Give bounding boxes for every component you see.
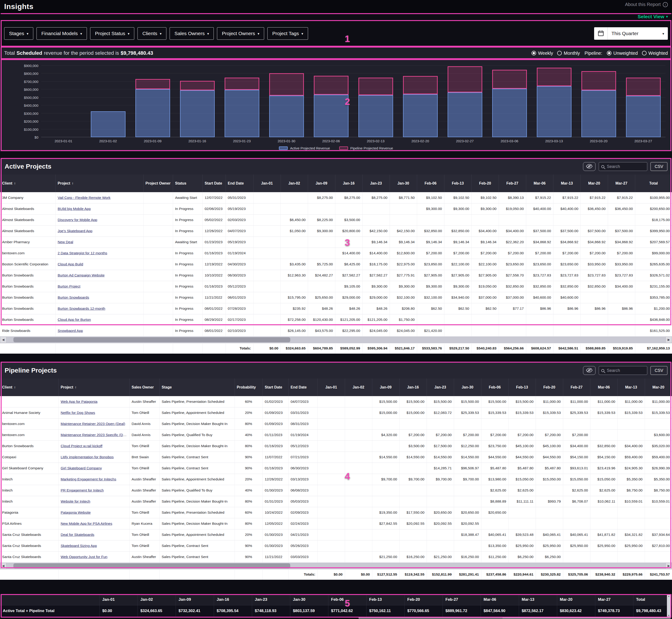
pipeline-search-input[interactable] [606, 368, 645, 373]
filter-button-stages[interactable]: Stages▾ [4, 27, 33, 40]
radio-option-monthly[interactable]: Monthly [557, 51, 580, 56]
column-header-jan-09[interactable]: Jan-09 [308, 175, 335, 192]
column-header-jan-02[interactable]: Jan-02 [345, 379, 372, 396]
project-link[interactable]: Burton Project [58, 284, 80, 288]
project-link[interactable]: Deal for Skateboards [61, 533, 95, 537]
column-header-jan-01[interactable]: Jan-01 [317, 379, 345, 396]
column-header-feb-27[interactable]: Feb-27 [563, 379, 590, 396]
column-header-feb-06[interactable]: Feb-06 [417, 175, 444, 192]
scroll-left-icon[interactable]: ◀ [0, 337, 6, 343]
column-header-sales-owner[interactable]: Sales Owner [129, 379, 160, 396]
bottom-horizontal-scrollbar[interactable] [359, 617, 671, 619]
project-link[interactable]: Burton Ad Campaign Website [58, 273, 105, 277]
scroll-up-icon[interactable]: ▲ [668, 595, 670, 597]
column-header-mar-06[interactable]: Mar-06 [526, 175, 553, 192]
hide-columns-button[interactable] [583, 162, 596, 171]
column-header-end-date[interactable]: End Date [226, 175, 253, 192]
column-header-jan-23[interactable]: Jan-23 [362, 175, 389, 192]
radio-option-weighted[interactable]: Weighted [642, 51, 668, 56]
project-link[interactable]: Litify implementation for Bonobos [61, 455, 114, 459]
column-header-end-date[interactable]: End Date [288, 379, 317, 396]
project-link[interactable]: Web App for Patagonia [61, 400, 98, 404]
column-header-mar-27[interactable]: Mar-27 [608, 175, 635, 192]
scrollbar-thumb[interactable] [13, 337, 290, 342]
column-header-jan-02[interactable]: Jan-02 [281, 175, 308, 192]
scroll-down-icon[interactable]: ▼ [668, 614, 670, 617]
project-link[interactable]: 2 Data Strategist for 12 months [58, 251, 108, 255]
calendar-button[interactable] [594, 27, 608, 40]
scrollbar-thumb[interactable] [13, 563, 290, 568]
project-link[interactable]: Maintenance Retainer 2023 Open (Deal) [61, 422, 125, 426]
column-header-mar-20[interactable]: Mar-20 [645, 379, 672, 396]
project-link[interactable]: Cloud App Build [58, 262, 83, 266]
column-header-mar-06[interactable]: Mar-06 [590, 379, 617, 396]
project-link[interactable]: Skateboard Sizing App [61, 544, 97, 548]
select-view-dropdown[interactable]: Select View ▾ [637, 14, 668, 19]
active-search-input[interactable] [606, 164, 645, 169]
project-link[interactable]: PR Engagement for Initech [61, 488, 104, 492]
column-header-feb-13[interactable]: Feb-13 [508, 379, 536, 396]
project-link[interactable]: New Deal [58, 240, 73, 244]
column-header-total[interactable]: Total [635, 175, 672, 192]
project-link[interactable]: Girl Skateboard Company [61, 466, 102, 470]
column-header-mar-20[interactable]: Mar-20 [581, 175, 608, 192]
column-header-jan-01[interactable]: Jan-01 [253, 175, 281, 192]
filter-button-project-status[interactable]: Project Status▾ [90, 27, 134, 40]
project-link[interactable]: Joe's Skateboard App [58, 229, 93, 233]
bottom-vertical-scrollbar[interactable]: ▲ ▼ [667, 595, 671, 617]
project-link[interactable]: Burton Snowboards [58, 295, 89, 299]
column-header-feb-06[interactable]: Feb-06 [481, 379, 508, 396]
column-header-probability[interactable]: Probability [235, 379, 262, 396]
date-range-select[interactable]: This Quarter ▾ [608, 27, 668, 40]
project-link[interactable]: Patagonia Website [61, 510, 91, 514]
active-horizontal-scrollbar[interactable]: ◀ ▶ [0, 337, 672, 343]
column-header-jan-16[interactable]: Jan-16 [399, 379, 427, 396]
radio-option-weekly[interactable]: Weekly [532, 51, 553, 56]
column-header-feb-13[interactable]: Feb-13 [444, 175, 472, 192]
column-header-start-date[interactable]: Start Date [262, 379, 288, 396]
column-header-client[interactable]: Client↑ [0, 379, 58, 396]
project-link[interactable]: Website for Initech [61, 499, 90, 503]
radio-option-unweighted[interactable]: Unweighted [607, 51, 638, 56]
scrollbar-track[interactable] [6, 337, 666, 343]
column-header-feb-27[interactable]: Feb-27 [499, 175, 526, 192]
scrollbar-thumb[interactable] [359, 617, 503, 618]
project-link[interactable]: Snowbaord App [58, 329, 83, 333]
filter-button-sales-owners[interactable]: Sales Owners▾ [170, 27, 214, 40]
filter-button-project-tags[interactable]: Project Tags▾ [267, 27, 308, 40]
column-header-mar-13[interactable]: Mar-13 [553, 175, 581, 192]
column-header-jan-30[interactable]: Jan-30 [454, 379, 481, 396]
column-header-project[interactable]: Project↑ [55, 175, 143, 192]
column-header-mar-13[interactable]: Mar-13 [617, 379, 645, 396]
project-link[interactable]: Marketing Engagement for Initechs [61, 477, 116, 481]
column-header-project-owner[interactable]: Project Owner [143, 175, 173, 192]
project-link[interactable]: Netflix for Dog Shows [61, 411, 95, 415]
project-link[interactable]: Cloud App for Burton [58, 318, 91, 322]
column-header-client[interactable]: Client↑ [0, 175, 55, 192]
scroll-right-icon[interactable]: ▶ [666, 563, 672, 569]
project-link[interactable]: Maintenance Retainer 2023 Specific (Deal… [61, 433, 129, 437]
filter-button-clients[interactable]: Clients▾ [137, 27, 166, 40]
project-link[interactable]: Web Opportunity Just for Fun [61, 555, 108, 559]
column-header-feb-20[interactable]: Feb-20 [536, 379, 563, 396]
column-header-jan-30[interactable]: Jan-30 [389, 175, 417, 192]
scroll-left-icon[interactable]: ◀ [0, 563, 6, 569]
about-report-link[interactable]: About this Report i [625, 2, 668, 7]
column-header-jan-16[interactable]: Jan-16 [335, 175, 362, 192]
project-link[interactable]: Burton Snowboards 12-month [58, 306, 105, 311]
filter-button-financial-models[interactable]: Financial Models▾ [37, 27, 87, 40]
column-header-feb-20[interactable]: Feb-20 [472, 175, 499, 192]
column-header-jan-09[interactable]: Jan-09 [372, 379, 399, 396]
scroll-right-icon[interactable]: ▶ [666, 337, 672, 343]
scrollbar-track[interactable] [6, 563, 666, 569]
column-header-status[interactable]: Status [173, 175, 202, 192]
project-link[interactable]: New Mobile App for PSA Airlines [61, 522, 112, 526]
filter-button-project-owners[interactable]: Project Owners▾ [217, 27, 264, 40]
column-header-start-date[interactable]: Start Date [202, 175, 226, 192]
project-link[interactable]: Cloud Project w.rail kickoff [61, 444, 103, 448]
project-link[interactable]: Vail Corp - Flexible Remote Work [58, 196, 111, 200]
column-header-stage[interactable]: Stage [160, 379, 235, 396]
column-header-jan-23[interactable]: Jan-23 [427, 379, 454, 396]
pipeline-horizontal-scrollbar[interactable]: ◀ ▶ [0, 563, 672, 569]
hide-columns-button[interactable] [583, 366, 596, 375]
